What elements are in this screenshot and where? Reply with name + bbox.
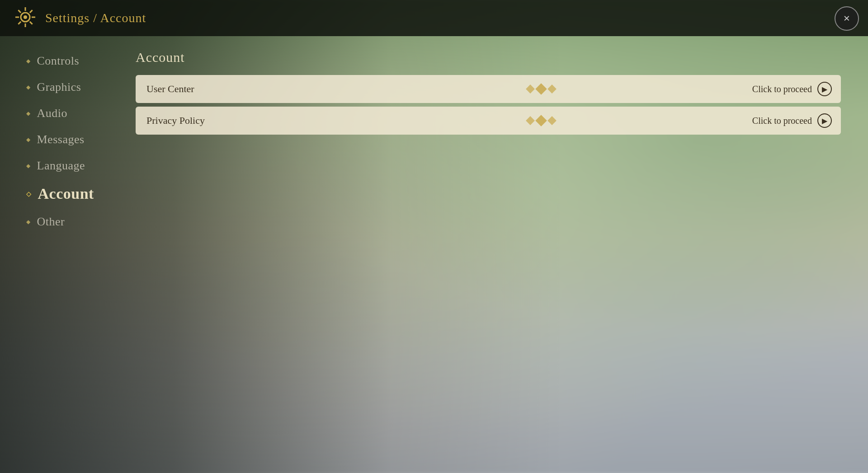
main-content: ◆ Controls ◆ Graphics ◆ Audio ◆ Messages… xyxy=(0,36,868,473)
gear-icon xyxy=(14,5,37,31)
svg-line-6 xyxy=(30,22,33,24)
privacy-policy-proceed[interactable]: Click to proceed ▶ xyxy=(752,113,841,128)
header-title: Settings / Account xyxy=(45,11,146,25)
proceed-arrow-icon-2: ▶ xyxy=(817,113,832,128)
svg-point-9 xyxy=(24,15,27,19)
svg-line-5 xyxy=(18,10,21,13)
diamond-icon-audio: ◆ xyxy=(26,110,31,117)
deco-diamond-3 xyxy=(547,84,557,94)
diamond-icon-other: ◆ xyxy=(26,219,31,225)
row-decoration xyxy=(514,85,569,93)
close-button[interactable]: × xyxy=(835,6,859,31)
deco-diamond-6 xyxy=(547,116,557,125)
sidebar-item-controls[interactable]: ◆ Controls xyxy=(23,50,118,72)
sidebar-item-audio[interactable]: ◆ Audio xyxy=(23,102,118,125)
sidebar-item-account[interactable]: ◇ Account xyxy=(23,181,118,207)
user-center-row[interactable]: User Center Click to proceed ▶ xyxy=(136,75,841,103)
deco-diamond-1 xyxy=(526,84,535,94)
sidebar-item-other[interactable]: ◆ Other xyxy=(23,211,118,233)
proceed-arrow-icon: ▶ xyxy=(817,82,832,96)
sidebar-item-graphics[interactable]: ◆ Graphics xyxy=(23,76,118,98)
header: Settings / Account xyxy=(0,0,868,36)
sidebar-item-messages[interactable]: ◆ Messages xyxy=(23,128,118,151)
deco-diamond-2 xyxy=(535,83,547,94)
privacy-policy-label: Privacy Policy xyxy=(136,115,330,126)
user-center-label: User Center xyxy=(136,83,330,95)
sidebar-item-language[interactable]: ◆ Language xyxy=(23,155,118,177)
diamond-icon-account: ◇ xyxy=(26,190,32,198)
user-center-proceed[interactable]: Click to proceed ▶ xyxy=(752,82,841,96)
settings-content: Account User Center Click to proceed ▶ P… xyxy=(127,36,868,473)
section-title: Account xyxy=(136,50,841,65)
deco-diamond-4 xyxy=(526,116,535,125)
diamond-icon-messages: ◆ xyxy=(26,136,31,143)
sidebar: ◆ Controls ◆ Graphics ◆ Audio ◆ Messages… xyxy=(0,36,127,473)
privacy-policy-row[interactable]: Privacy Policy Click to proceed ▶ xyxy=(136,107,841,135)
diamond-icon-controls: ◆ xyxy=(26,58,31,65)
svg-line-7 xyxy=(30,10,33,13)
deco-diamond-5 xyxy=(535,115,547,126)
diamond-icon-graphics: ◆ xyxy=(26,84,31,91)
svg-line-8 xyxy=(18,22,21,24)
diamond-icon-language: ◆ xyxy=(26,163,31,169)
row-decoration-2 xyxy=(514,117,569,125)
